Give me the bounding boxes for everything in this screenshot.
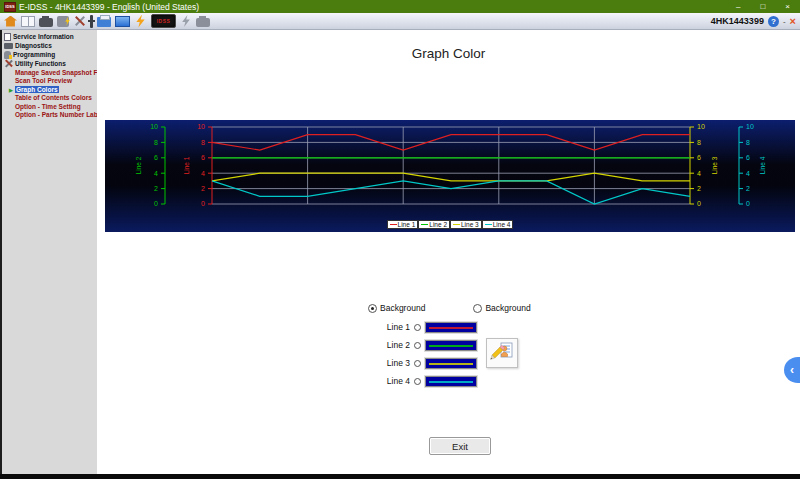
programming-side-icon [4,51,11,59]
swatch-line-preview [429,327,473,329]
graph-preview-panel: 0246810Line 20246810Line 10246810Line 30… [105,120,795,232]
background-radio-2[interactable] [473,304,482,313]
svg-text:10: 10 [746,123,754,130]
vin-label: 4HK1443399 [711,16,764,26]
engine-gray-icon[interactable] [196,18,210,27]
svg-text:4: 4 [746,170,750,177]
sidebar-item-label: Programming [13,51,55,58]
sidebar-subitem-label: Table of Contents Colors [15,94,92,101]
computer-icon[interactable] [115,16,130,27]
idss-icon[interactable]: IDSS [151,14,176,28]
help-icon[interactable]: ? [768,16,779,27]
tools-icon[interactable] [73,15,86,27]
background-radio-group: BackgroundBackground [368,303,531,313]
sidebar-item-table-of-contents-colors[interactable]: Table of Contents Colors [2,94,97,103]
sidebar-item-label: Diagnostics [15,42,52,49]
exit-button[interactable]: Exit [429,437,491,455]
sidebar-item-service-information[interactable]: Service Information [2,32,97,41]
sidebar-item-programming[interactable]: Programming [2,50,97,59]
sidebar-item-diagnostics[interactable]: Diagnostics [2,41,97,50]
line-color-row-1: Line 1 [350,318,477,336]
svg-text:6: 6 [746,154,750,161]
svg-text:10: 10 [697,123,705,130]
svg-text:8: 8 [746,139,750,146]
swatch-line-preview [429,345,473,347]
manuals-icon[interactable] [21,16,35,27]
chevron-left-icon: ‹ [790,363,794,377]
page-title: Graph Color [97,46,800,61]
sidebar-item-option-time-setting[interactable]: Option - Time Setting [2,102,97,111]
bottom-edge-strip [0,474,800,479]
background-radio-label: Background [380,303,425,313]
edit-color-button[interactable] [486,338,518,368]
svg-text:10: 10 [197,123,205,130]
svg-text:6: 6 [154,154,158,161]
close-icon[interactable]: × [785,1,790,13]
graph-chart: 0246810Line 20246810Line 10246810Line 30… [105,120,795,232]
programming-icon[interactable] [57,16,69,27]
connect-lightning-icon[interactable] [134,15,147,28]
legend-dash-icon [485,224,492,225]
line-color-swatch-1[interactable] [425,322,477,333]
legend-item-line-1: Line 1 [387,220,419,229]
selected-arrow-icon: ▶ [9,87,13,93]
sidebar-item-scan-tool-preview[interactable]: Scan Tool Preview [2,77,97,86]
background-radio-1[interactable] [368,304,377,313]
svg-text:4: 4 [697,170,701,177]
svg-text:4: 4 [154,170,158,177]
svg-text:0: 0 [201,200,205,207]
line-color-row-2: Line 2 [350,336,477,354]
line-color-rows: Line 1Line 2Line 3Line 4 [350,318,477,390]
sidebar-subitem-label: Option - Time Setting [15,103,81,110]
legend-label: Line 3 [461,221,479,228]
app-icon: IDSS [4,2,16,12]
sidebar-tree: Service InformationDiagnosticsProgrammin… [0,30,97,474]
maximize-icon[interactable]: □ [760,1,765,13]
window-controls: –□× [736,1,790,13]
legend-item-line-3: Line 3 [450,220,482,229]
utility-functions-icon [4,59,13,68]
line-color-row-3: Line 3 [350,354,477,372]
graph-legend: Line 1Line 2Line 3Line 4 [105,220,795,229]
sidebar-item-graph-colors[interactable]: ▶Graph Colors [2,85,97,94]
legend-dash-icon [421,224,428,225]
line-color-swatch-3[interactable] [425,358,477,369]
svg-text:6: 6 [697,154,701,161]
svg-text:Line 2: Line 2 [135,156,142,174]
sidebar-subitem-label: Scan Tool Preview [15,77,72,84]
svg-text:8: 8 [201,139,205,146]
printer-icon[interactable] [97,17,111,27]
sidebar-subitem-label: Option - Parts Number Label Pr [15,111,97,118]
line-radio-1[interactable] [414,324,421,331]
sidebar-item-utility-functions[interactable]: Utility Functions [2,59,97,68]
sidebar-item-manage-saved-snapshot-files[interactable]: Manage Saved Snapshot Files [2,68,97,77]
line-radio-2[interactable] [414,342,421,349]
diagnostics-side-icon [4,43,13,49]
main-content: Graph Color 0246810Line 20246810Line 102… [97,30,800,474]
swatch-line-preview [429,363,473,365]
minimize-icon[interactable]: – [736,1,740,13]
svg-text:6: 6 [201,154,205,161]
line-row-label: Line 4 [350,376,410,386]
service-information-icon [4,33,11,41]
line-color-swatch-2[interactable] [425,340,477,351]
line-radio-3[interactable] [414,360,421,367]
legend-item-line-2: Line 2 [418,220,450,229]
disconnect-close-icon[interactable]: × [790,16,796,27]
svg-text:0: 0 [697,200,701,207]
measurement-icon[interactable] [90,15,93,28]
line-radio-4[interactable] [414,378,421,385]
engine-icon[interactable] [39,18,53,27]
lightning-gray-icon[interactable] [180,15,192,27]
legend-label: Line 2 [429,221,447,228]
line-color-swatch-4[interactable] [425,376,477,387]
line-row-label: Line 3 [350,358,410,368]
sidebar-item-option-parts-number-label-pr[interactable]: Option - Parts Number Label Pr [2,111,97,120]
window-title: E-IDSS - 4HK1443399 - English (United St… [19,2,733,12]
svg-text:Line 4: Line 4 [759,156,766,174]
svg-text:10: 10 [150,123,158,130]
line-color-row-4: Line 4 [350,372,477,390]
home-icon[interactable] [4,16,17,27]
svg-text:2: 2 [746,185,750,192]
legend-label: Line 4 [493,221,511,228]
